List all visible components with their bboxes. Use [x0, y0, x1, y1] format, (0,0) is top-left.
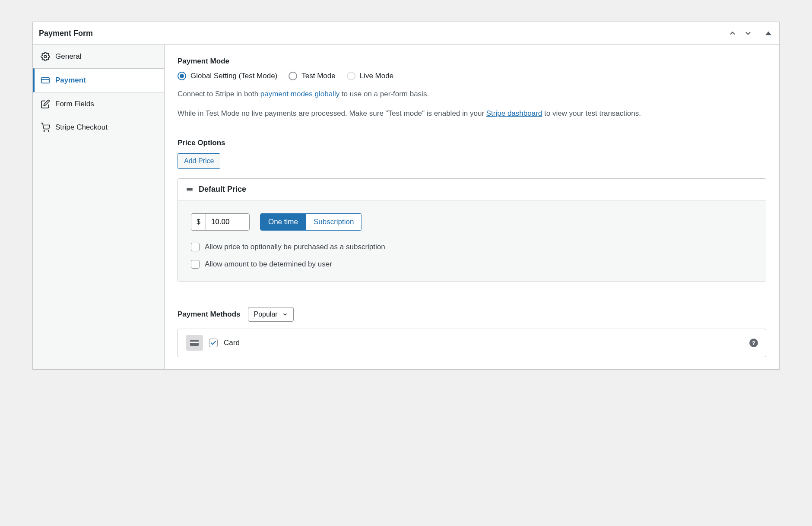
radio-icon [178, 72, 186, 80]
checkbox-label: Allow amount to be determined by user [205, 260, 332, 269]
radio-global-setting[interactable]: Global Setting (Test Mode) [178, 72, 277, 80]
sidebar-item-label: Form Fields [55, 100, 94, 108]
default-price-card: Default Price $ One time Subscription [178, 178, 766, 282]
price-type-toggle: One time Subscription [260, 213, 362, 231]
sidebar-item-label: Stripe Checkout [55, 123, 108, 132]
price-card-body: $ One time Subscription Allow price to o… [178, 200, 766, 282]
caret-up-icon [765, 30, 771, 36]
radio-label: Live Mode [360, 72, 393, 80]
cart-icon [41, 123, 50, 132]
payment-mode-radio-group: Global Setting (Test Mode) Test Mode Liv… [178, 72, 766, 80]
card-icon [41, 76, 50, 85]
metabox-title: Payment Form [39, 29, 93, 38]
svg-rect-10 [190, 342, 199, 343]
payment-methods-filter-select[interactable]: Popular [248, 307, 293, 322]
toggle-panel-button[interactable] [764, 29, 773, 38]
price-card-header[interactable]: Default Price [178, 179, 766, 200]
svg-rect-2 [41, 78, 49, 83]
radio-test-mode[interactable]: Test Mode [289, 72, 335, 80]
chevron-up-icon [728, 29, 737, 38]
price-input-group: $ [191, 213, 250, 231]
edit-icon [41, 99, 50, 109]
currency-prefix: $ [191, 214, 206, 230]
sidebar-item-label: General [55, 52, 81, 61]
checkbox-optional-subscription[interactable]: Allow price to optionally be purchased a… [191, 243, 753, 251]
sidebar-item-label: Payment [55, 76, 86, 85]
payment-method-checkbox[interactable] [209, 339, 218, 347]
metabox-header: Payment Form [33, 22, 779, 45]
svg-point-5 [48, 130, 49, 131]
help-text-connect: Connect to Stripe in both payment modes … [178, 88, 766, 100]
svg-point-1 [44, 55, 47, 58]
card-icon [189, 338, 200, 348]
gear-icon [41, 52, 50, 61]
radio-label: Global Setting (Test Mode) [190, 72, 277, 80]
payment-methods-header: Payment Methods Popular [178, 307, 766, 322]
payment-mode-label: Payment Mode [178, 57, 766, 66]
svg-point-4 [44, 130, 44, 131]
move-down-button[interactable] [742, 27, 754, 39]
payment-methods-label: Payment Methods [178, 310, 240, 319]
sidebar-item-stripe-checkout[interactable]: Stripe Checkout [33, 116, 164, 139]
sidebar-item-payment[interactable]: Payment [33, 68, 164, 92]
radio-label: Test Mode [301, 72, 335, 80]
svg-marker-0 [765, 32, 771, 35]
payment-method-label: Card [224, 339, 240, 347]
chevron-down-icon [744, 29, 752, 38]
header-controls [726, 27, 773, 39]
checkbox-user-amount[interactable]: Allow amount to be determined by user [191, 260, 753, 269]
payment-form-metabox: Payment Form General [32, 22, 780, 370]
metabox-body: General Payment Form Fields Stripe Check… [33, 45, 779, 369]
add-price-button[interactable]: Add Price [178, 153, 220, 169]
card-icon-box [186, 335, 203, 351]
toggle-one-time[interactable]: One time [260, 214, 306, 230]
sidebar-item-form-fields[interactable]: Form Fields [33, 92, 164, 116]
link-stripe-dashboard[interactable]: Stripe dashboard [486, 109, 542, 117]
radio-live-mode[interactable]: Live Mode [347, 72, 393, 80]
toggle-subscription[interactable]: Subscription [306, 214, 362, 230]
help-icon[interactable]: ? [749, 339, 758, 347]
drag-handle-icon [186, 186, 193, 193]
checkbox-label: Allow price to optionally be purchased a… [205, 243, 385, 251]
price-amount-input[interactable] [206, 214, 249, 230]
settings-sidebar: General Payment Form Fields Stripe Check… [33, 45, 165, 369]
main-panel: Payment Mode Global Setting (Test Mode) … [165, 45, 779, 369]
price-row: $ One time Subscription [191, 213, 753, 231]
checkbox-icon [191, 243, 200, 251]
check-icon [210, 339, 217, 346]
price-options-label: Price Options [178, 139, 766, 147]
checkbox-icon [191, 260, 200, 269]
help-text-test-mode: While in Test Mode no live payments are … [178, 108, 766, 119]
link-payment-modes-globally[interactable]: payment modes globally [260, 90, 339, 98]
radio-icon [347, 72, 355, 80]
price-card-title: Default Price [199, 185, 246, 194]
chevron-down-icon [282, 311, 288, 317]
radio-icon [289, 72, 297, 80]
payment-method-card[interactable]: Card ? [178, 329, 766, 357]
sidebar-item-general[interactable]: General [33, 45, 164, 69]
select-value: Popular [254, 311, 277, 318]
move-up-button[interactable] [726, 27, 739, 39]
divider [178, 128, 766, 128]
